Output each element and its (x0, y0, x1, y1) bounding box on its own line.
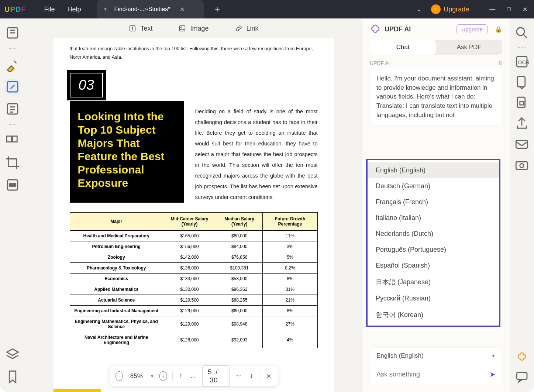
redact-icon[interactable] (5, 177, 20, 193)
document-viewport[interactable]: that featured recognizable institutions … (25, 38, 362, 392)
table-header: Mid-Career Salary (Yearly) (163, 212, 216, 230)
last-page-button[interactable]: ⤓ (248, 372, 255, 380)
ai-input[interactable] (376, 371, 489, 378)
tab-chat[interactable]: Chat (370, 40, 436, 55)
menu-file[interactable]: File (44, 6, 55, 13)
table-cell: 21% (263, 295, 317, 305)
lock-icon[interactable]: 🔒 (495, 26, 502, 33)
next-page-button[interactable]: ﹀ (235, 372, 243, 381)
separator (172, 371, 172, 381)
table-row: Zoology$142,000$76,8565% (70, 252, 317, 262)
updf-ai-icon[interactable] (516, 351, 527, 362)
table-row: Naval Architecture and Marine Engineerin… (70, 332, 317, 348)
language-option[interactable]: Deutsch (German) (368, 178, 499, 194)
copy-icon[interactable]: ⧉ (499, 60, 502, 66)
svg-rect-16 (516, 141, 528, 148)
comment-icon[interactable] (514, 369, 530, 385)
image-tool[interactable]: Image (178, 24, 209, 32)
language-option[interactable]: English (English) (368, 162, 499, 178)
table-cell: 8% (263, 305, 317, 316)
text-tool[interactable]: Text (128, 24, 152, 32)
table-cell: $76,856 (216, 252, 262, 262)
ai-input-box: ➤ (370, 364, 502, 385)
language-dropdown-popup: English (English)Deutsch (German)Françai… (366, 159, 500, 327)
svg-text:OCR: OCR (518, 59, 530, 65)
close-icon[interactable]: ✕ (180, 6, 185, 13)
selected-language: English (English) (376, 352, 424, 360)
table-cell: Pharmacology & Toxicology (70, 262, 163, 273)
current-page: 5 (208, 368, 212, 376)
send-icon[interactable]: ➤ (489, 370, 496, 379)
separator (260, 371, 260, 381)
menu-help[interactable]: Help (67, 6, 81, 13)
svg-rect-4 (13, 136, 17, 142)
form-icon[interactable] (5, 101, 20, 117)
zoom-in-button[interactable]: + (159, 371, 167, 381)
close-button[interactable]: ✕ (520, 6, 530, 13)
reader-icon[interactable] (5, 25, 20, 41)
table-cell: Engineering and Industrial Management (70, 305, 163, 316)
language-option[interactable]: Русский (Russian) (368, 290, 499, 306)
titlebar: UPDF File Help ▼ Find-and-...r-Studies* … (0, 0, 534, 18)
protect-icon[interactable] (514, 95, 530, 111)
bookmark-icon[interactable] (5, 369, 20, 385)
svg-rect-6 (9, 184, 16, 186)
ai-panel-title: UPDF AI (385, 25, 411, 33)
table-header: Major (70, 212, 163, 230)
upgrade-button[interactable]: L Upgrade (431, 4, 469, 14)
organize-icon[interactable] (5, 133, 20, 148)
tab-ask-pdf[interactable]: Ask PDF (436, 40, 503, 55)
table-row: Actuarial Science$129,500$88,25521% (70, 295, 317, 305)
tab-title: Find-and-...r-Studies* (114, 6, 170, 13)
table-cell: $136,000 (163, 262, 216, 273)
table-cell: 3% (263, 241, 317, 252)
camera-icon[interactable] (514, 157, 530, 173)
new-tab-button[interactable]: ＋ (213, 4, 221, 15)
highlighter-icon[interactable] (5, 57, 20, 72)
left-sidebar (0, 18, 25, 392)
table-cell: $100,381 (216, 262, 262, 273)
table-cell: Applied Mathematics (70, 284, 163, 295)
close-status-button[interactable]: ✕ (265, 372, 272, 380)
layers-icon[interactable] (5, 347, 20, 362)
ocr-icon[interactable]: OCR (514, 54, 530, 69)
maximize-button[interactable]: □ (505, 6, 513, 13)
language-option[interactable]: Français (French) (368, 194, 499, 210)
ai-upgrade-button[interactable]: Upgrade (457, 24, 488, 34)
link-label: Link (247, 25, 259, 32)
svg-rect-15 (520, 102, 524, 105)
table-cell: Actuarial Science (70, 295, 163, 305)
language-option[interactable]: Português (Portuguese) (368, 242, 499, 258)
edit-icon[interactable] (5, 79, 20, 94)
crop-icon[interactable] (5, 155, 20, 171)
table-cell: $60,000 (216, 230, 262, 241)
page-indicator[interactable]: 5 / 30 (202, 365, 230, 387)
minimize-button[interactable]: — (487, 6, 497, 13)
language-select[interactable]: English (English) ▼ (370, 348, 502, 364)
compress-icon[interactable] (514, 75, 530, 90)
svg-rect-3 (7, 136, 11, 142)
link-tool[interactable]: Link (235, 24, 259, 32)
chevron-down-icon[interactable]: ▼ (103, 7, 108, 12)
zoom-out-button[interactable]: − (115, 371, 123, 381)
language-option[interactable]: Italiano (Italian) (368, 210, 499, 226)
language-option[interactable]: Nederlands (Dutch) (368, 226, 499, 242)
language-option[interactable]: 日本語 (Japanese) (368, 274, 499, 290)
ai-sender-label: UPDF AI (370, 60, 390, 66)
table-cell: $98,948 (216, 316, 262, 332)
chevron-down-icon[interactable]: ⌄ (414, 6, 424, 13)
zoom-level: 85% (130, 372, 143, 380)
email-icon[interactable] (514, 137, 530, 152)
prev-page-button[interactable]: ︿ (189, 372, 197, 381)
chevron-down-icon: ▼ (491, 353, 496, 358)
first-page-button[interactable]: ⤒ (178, 372, 184, 380)
zoom-dropdown-icon[interactable]: ▼ (150, 374, 154, 378)
language-option[interactable]: Español (Spanish) (368, 258, 499, 274)
language-option[interactable]: 한국어 (Korean) (368, 306, 499, 323)
share-icon[interactable] (514, 116, 530, 131)
search-icon[interactable] (514, 25, 530, 41)
table-cell: 31% (263, 284, 317, 295)
table-cell: 5% (263, 252, 317, 262)
document-tab[interactable]: ▼ Find-and-...r-Studies* ✕ (97, 0, 204, 18)
content-area: Text Image Link that featured recognizab… (25, 18, 362, 392)
